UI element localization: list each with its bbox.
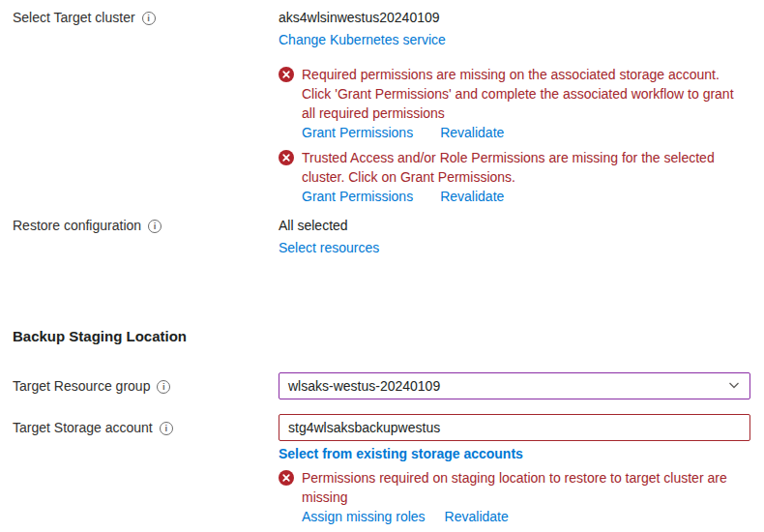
- target-resource-group-label: Target Resource group: [13, 376, 150, 396]
- backup-staging-location-header: Backup Staging Location: [13, 327, 750, 346]
- info-icon[interactable]: i: [148, 220, 162, 233]
- error-message: Required permissions are missing on the …: [302, 65, 750, 123]
- revalidate-link[interactable]: Revalidate: [445, 507, 509, 526]
- info-icon[interactable]: i: [160, 422, 173, 435]
- trusted-access-error: Trusted Access and/or Role Permissions a…: [279, 148, 750, 206]
- target-cluster-row: Select Target cluster i aks4wlsinwestus2…: [13, 8, 750, 206]
- target-storage-account-row: Target Storage account i Select from exi…: [13, 414, 750, 526]
- target-resource-group-row: Target Resource group i wlsaks-westus-20…: [13, 372, 750, 399]
- change-kubernetes-service-link[interactable]: Change Kubernetes service: [279, 30, 446, 49]
- revalidate-link[interactable]: Revalidate: [440, 123, 504, 142]
- target-cluster-value: aks4wlsinwestus20240109: [279, 8, 750, 27]
- revalidate-link[interactable]: Revalidate: [440, 187, 504, 206]
- staging-permissions-error: Permissions required on staging location…: [279, 468, 750, 526]
- grant-permissions-link[interactable]: Grant Permissions: [302, 123, 413, 142]
- restore-configuration-value: All selected: [279, 216, 750, 235]
- select-resources-link[interactable]: Select resources: [279, 238, 379, 257]
- error-icon: [279, 150, 294, 206]
- error-icon: [279, 470, 294, 526]
- storage-permissions-error: Required permissions are missing on the …: [279, 65, 750, 142]
- restore-configuration-label: Restore configuration: [13, 216, 141, 235]
- error-message: Trusted Access and/or Role Permissions a…: [302, 148, 750, 187]
- assign-missing-roles-link[interactable]: Assign missing roles: [302, 507, 426, 526]
- info-icon[interactable]: i: [157, 380, 170, 394]
- restore-configuration-row: Restore configuration i All selected Sel…: [13, 216, 750, 257]
- target-cluster-label: Select Target cluster: [13, 8, 135, 27]
- error-message: Permissions required on staging location…: [302, 468, 750, 507]
- target-resource-group-dropdown[interactable]: wlsaks-westus-20240109: [279, 372, 750, 399]
- chevron-down-icon: [727, 378, 741, 395]
- target-storage-account-input[interactable]: [279, 414, 750, 441]
- info-icon[interactable]: i: [142, 12, 156, 25]
- restore-form: Select Target cluster i aks4wlsinwestus2…: [0, 0, 764, 526]
- dropdown-selected-value: wlsaks-westus-20240109: [288, 378, 440, 394]
- error-icon: [279, 67, 294, 142]
- target-storage-account-label: Target Storage account: [13, 418, 153, 437]
- select-existing-storage-accounts-link[interactable]: Select from existing storage accounts: [279, 444, 523, 463]
- grant-permissions-link[interactable]: Grant Permissions: [302, 187, 413, 206]
